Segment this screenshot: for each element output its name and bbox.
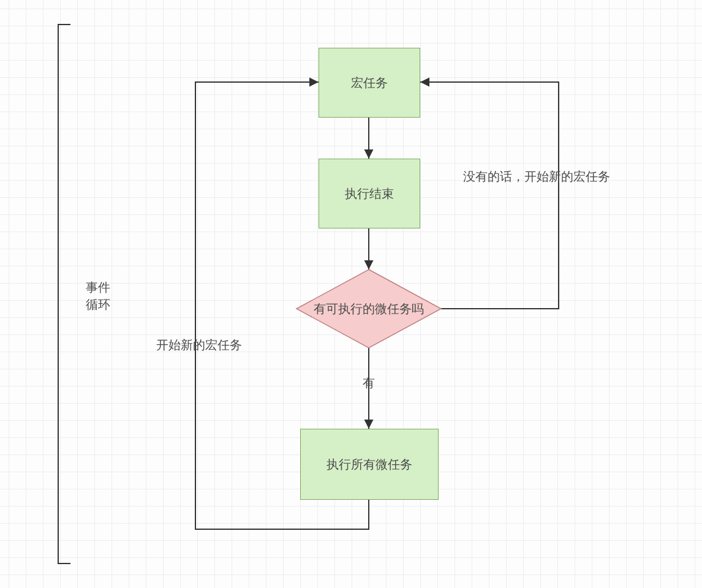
node-macrotask-label: 宏任务 <box>351 75 388 91</box>
diagram-canvas: 宏任务 执行结束 有可执行的微任务吗 执行所有微任务 有 没有的话，开始新的宏任… <box>0 0 702 588</box>
edge-label-no-new-text: 没有的话，开始新的宏任务 <box>463 170 610 183</box>
bracket-label-line1: 事件 <box>80 279 116 296</box>
edge-label-yes: 有 <box>355 375 382 391</box>
node-hasmicro-label: 有可执行的微任务吗 <box>314 301 424 317</box>
node-execdone-label: 执行结束 <box>345 186 394 202</box>
node-hasmicro-label-container: 有可执行的微任务吗 <box>296 294 441 323</box>
edge-label-loopback: 开始新的宏任务 <box>138 337 260 353</box>
bracket-path <box>58 24 70 564</box>
node-runmicro: 执行所有微任务 <box>300 429 439 500</box>
node-runmicro-label: 执行所有微任务 <box>326 456 412 473</box>
bracket-label: 事件 循环 <box>80 279 116 313</box>
edge-hasmicro-macrotask <box>420 82 559 309</box>
bracket-label-line2: 循环 <box>80 296 116 313</box>
node-execdone: 执行结束 <box>319 159 420 228</box>
edge-label-yes-text: 有 <box>363 376 375 390</box>
node-macrotask: 宏任务 <box>319 48 420 118</box>
edge-label-loopback-text: 开始新的宏任务 <box>156 338 242 352</box>
edge-label-no-new: 没有的话，开始新的宏任务 <box>463 168 635 185</box>
